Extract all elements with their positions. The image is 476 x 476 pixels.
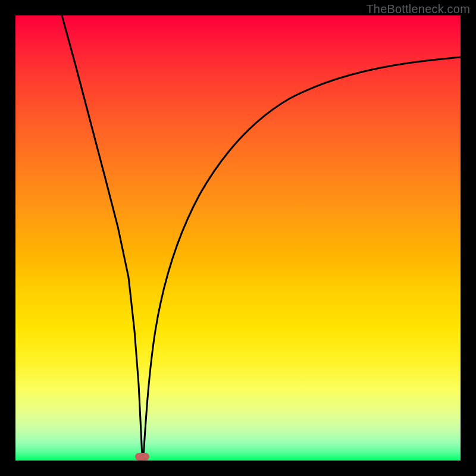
watermark-text: TheBottleneck.com — [366, 2, 470, 16]
curve-left-branch — [62, 15, 142, 457]
chart-frame: TheBottleneck.com — [0, 0, 476, 476]
curve-right-branch — [143, 57, 461, 457]
bottleneck-curves — [15, 15, 461, 461]
balance-point-marker — [135, 453, 149, 461]
plot-area — [15, 15, 461, 461]
